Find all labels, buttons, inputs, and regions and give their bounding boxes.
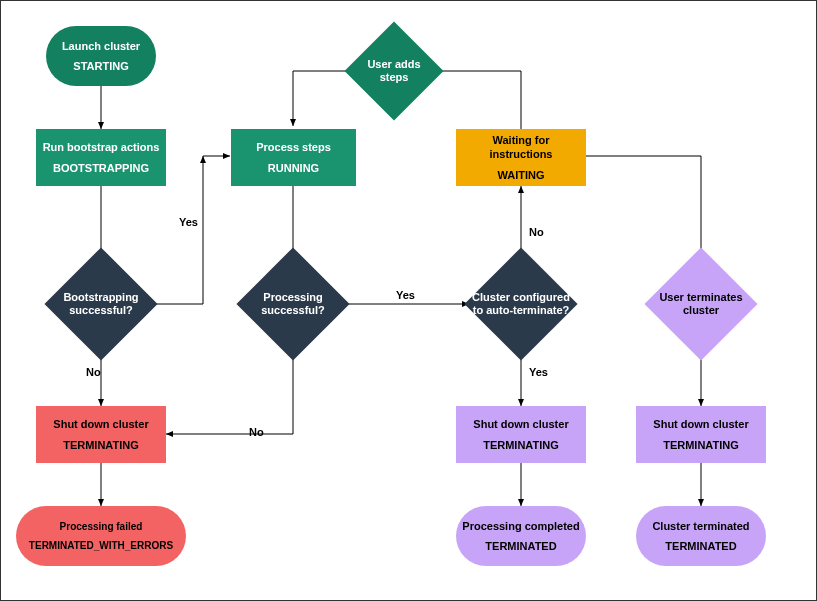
label-boot-yes: Yes (179, 216, 198, 228)
node-completed: Processing completed TERMINATED (456, 506, 586, 566)
node-q-boot: Bootstrapping successful? (61, 264, 141, 344)
node-q-userterm-label: User terminates cluster (646, 291, 756, 317)
node-bootstrap: Run bootstrap actions BOOTSTRAPPING (36, 129, 166, 186)
label-proc-no: No (249, 426, 264, 438)
node-waiting-label: Waiting for instructions (460, 133, 582, 162)
node-failed-status: TERMINATED_WITH_ERRORS (29, 539, 173, 552)
node-q-proc-label: Processing successful? (238, 291, 348, 317)
node-bootstrap-status: BOOTSTRAPPING (53, 161, 149, 175)
node-q-auto-label: Cluster configured to auto-terminate? (466, 291, 576, 317)
label-auto-no: No (529, 226, 544, 238)
node-completed-status: TERMINATED (485, 539, 556, 553)
node-useradds-label: User adds steps (364, 58, 424, 84)
node-clusterterm: Cluster terminated TERMINATED (636, 506, 766, 566)
flowchart-canvas: Launch cluster STARTING Run bootstrap ac… (0, 0, 817, 601)
node-bootstrap-label: Run bootstrap actions (43, 140, 160, 154)
node-completed-label: Processing completed (462, 519, 579, 533)
node-process: Process steps RUNNING (231, 129, 356, 186)
node-shutdown-user-status: TERMINATING (663, 438, 739, 452)
node-shutdown-user-label: Shut down cluster (653, 417, 748, 431)
node-process-status: RUNNING (268, 161, 319, 175)
node-q-auto: Cluster configured to auto-terminate? (481, 264, 561, 344)
label-proc-yes: Yes (396, 289, 415, 301)
node-waiting: Waiting for instructions WAITING (456, 129, 586, 186)
node-process-label: Process steps (256, 140, 331, 154)
node-q-boot-label: Bootstrapping successful? (46, 291, 156, 317)
node-start: Launch cluster STARTING (46, 26, 156, 86)
node-shutdown-user: Shut down cluster TERMINATING (636, 406, 766, 463)
node-q-userterm: User terminates cluster (661, 264, 741, 344)
node-shutdown-ok-label: Shut down cluster (473, 417, 568, 431)
node-failed-label: Processing failed (60, 520, 143, 533)
node-waiting-status: WAITING (497, 168, 544, 182)
node-start-status: STARTING (73, 59, 128, 73)
node-shutdown-ok-status: TERMINATING (483, 438, 559, 452)
node-shutdown-err-label: Shut down cluster (53, 417, 148, 431)
label-boot-no: No (86, 366, 101, 378)
node-useradds: User adds steps (359, 36, 429, 106)
node-clusterterm-label: Cluster terminated (652, 519, 749, 533)
node-failed: Processing failed TERMINATED_WITH_ERRORS (16, 506, 186, 566)
node-shutdown-err-status: TERMINATING (63, 438, 139, 452)
node-start-label: Launch cluster (62, 39, 140, 53)
node-q-proc: Processing successful? (253, 264, 333, 344)
label-auto-yes: Yes (529, 366, 548, 378)
node-clusterterm-status: TERMINATED (665, 539, 736, 553)
node-shutdown-err: Shut down cluster TERMINATING (36, 406, 166, 463)
node-shutdown-ok: Shut down cluster TERMINATING (456, 406, 586, 463)
